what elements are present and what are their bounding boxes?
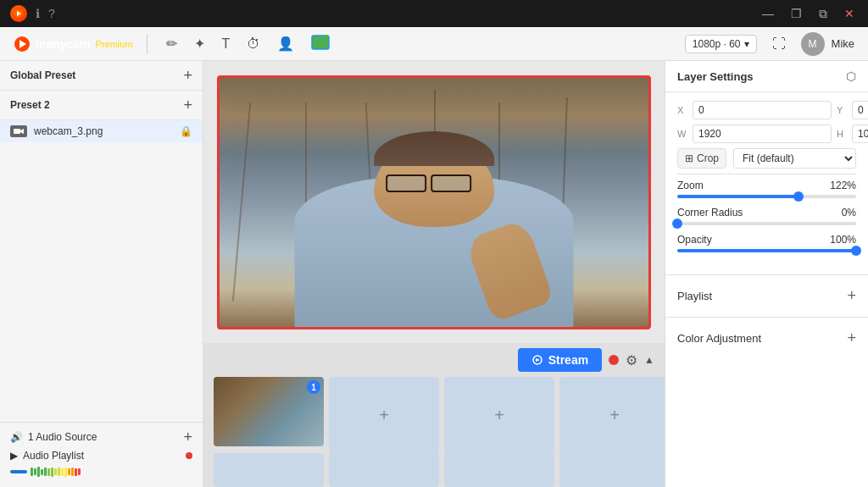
- question-icon[interactable]: ?: [48, 7, 55, 20]
- opacity-section: Opacity 100%: [677, 234, 856, 252]
- sidebar-top: Global Preset + Preset 2 + webcam_3.png …: [0, 61, 203, 422]
- color-adjustment-add-icon[interactable]: +: [847, 329, 856, 347]
- audio-source-label: 🔊 1 Audio Source: [10, 431, 97, 443]
- xy-row: X Y ↺ ↻: [677, 101, 856, 119]
- resolution-value: 1080p · 60: [693, 38, 741, 50]
- corner-radius-track: [677, 222, 856, 225]
- right-panel: Layer Settings ⬡ X Y ↺ ↻: [665, 61, 868, 487]
- stream-button[interactable]: Stream: [518, 348, 602, 372]
- username: Mike: [832, 37, 854, 50]
- svg-point-5: [324, 35, 329, 40]
- bottom-toolbar: Stream ⚙ ▲: [203, 343, 665, 377]
- chroma-key-icon[interactable]: [306, 31, 335, 57]
- opacity-value: 100%: [830, 234, 856, 246]
- toolbar-right: 1080p · 60 ▾ ⛶ M Mike: [685, 32, 854, 56]
- scene-badge-1: 1: [307, 380, 320, 394]
- layer-settings-title: Layer Settings: [677, 70, 754, 83]
- zoom-fill: [677, 195, 798, 198]
- record-button[interactable]: [609, 355, 619, 365]
- effects-icon[interactable]: ✦: [189, 32, 210, 55]
- y-input[interactable]: [852, 101, 868, 119]
- scene-cell-2[interactable]: +: [329, 377, 439, 453]
- layer-settings: X Y ↺ ↻ W H: [665, 92, 868, 269]
- record-dot: [186, 452, 192, 459]
- timer-icon[interactable]: ⏱: [242, 33, 265, 55]
- sidebar-bottom: 🔊 1 Audio Source + ▶ Audio Playlist: [0, 422, 203, 487]
- preview-content: [220, 78, 648, 327]
- corner-radius-value: 0%: [842, 207, 856, 219]
- h-field: H: [837, 125, 868, 143]
- audio-playlist-row: ▶ Audio Playlist: [10, 450, 192, 462]
- audio-add-button[interactable]: +: [183, 429, 192, 445]
- titlebar-controls: — ❐ ⧉ ✕: [759, 3, 858, 25]
- resolution-chevron: ▾: [744, 38, 749, 50]
- resolution-selector[interactable]: 1080p · 60 ▾: [685, 35, 757, 53]
- scene-cell-sm-2[interactable]: [329, 453, 439, 487]
- stream-icon: [531, 354, 543, 366]
- playlist-add-icon[interactable]: +: [847, 287, 856, 305]
- scene-cell-sm-4[interactable]: [559, 453, 665, 487]
- w-label: W: [677, 129, 689, 139]
- app-body: Global Preset + Preset 2 + webcam_3.png …: [0, 61, 868, 487]
- zoom-label-row: Zoom 122%: [677, 180, 856, 191]
- corner-radius-thumb[interactable]: [672, 219, 682, 229]
- chevron-up-icon[interactable]: ▲: [644, 354, 654, 366]
- maximize-button[interactable]: ⧉: [815, 3, 831, 25]
- scene-cell-active[interactable]: 1: [214, 377, 324, 446]
- opacity-label: Opacity: [677, 234, 712, 246]
- avatar: M: [801, 32, 825, 56]
- restore-button[interactable]: ❐: [787, 3, 805, 24]
- add-scene-icon-4: +: [609, 406, 620, 425]
- titlebar-left: ℹ ?: [10, 5, 55, 22]
- fullscreen-icon[interactable]: ⛶: [767, 33, 791, 55]
- app-logo: [10, 5, 27, 22]
- zoom-label: Zoom: [677, 180, 704, 191]
- pen-tool-icon[interactable]: ✏: [161, 32, 182, 55]
- w-input[interactable]: [693, 125, 832, 143]
- zoom-track: [677, 195, 856, 198]
- main-content: Stream ⚙ ▲ 1 + +: [203, 61, 665, 487]
- divider-2: [665, 274, 868, 275]
- chroma-icon-svg: [311, 35, 330, 50]
- preset2-add-button[interactable]: +: [183, 97, 192, 113]
- info-icon[interactable]: ℹ: [36, 7, 40, 20]
- x-input[interactable]: [693, 101, 832, 119]
- scene-cell-3[interactable]: +: [444, 377, 554, 453]
- camera-icon-svg: [14, 127, 24, 136]
- expand-icon[interactable]: ⬡: [846, 69, 856, 83]
- preview-frame: [217, 75, 651, 329]
- zoom-value: 122%: [830, 180, 856, 191]
- wh-row: W H ↔ ⊡: [677, 125, 856, 143]
- volume-bars: [31, 467, 192, 477]
- global-preset-add-button[interactable]: +: [183, 68, 192, 83]
- playlist-section[interactable]: Playlist +: [665, 280, 868, 312]
- gear-icon[interactable]: ⚙: [626, 352, 637, 368]
- crop-row: ⊞ Crop Fit (default): [677, 148, 856, 169]
- scene-cell-4[interactable]: +: [559, 377, 665, 453]
- x-field: X: [677, 101, 832, 119]
- lock-icon: 🔒: [180, 125, 192, 137]
- scene-cell-sm-3[interactable]: [444, 453, 554, 487]
- preview-area: [203, 61, 665, 343]
- left-sidebar: Global Preset + Preset 2 + webcam_3.png …: [0, 61, 203, 487]
- source-item[interactable]: webcam_3.png 🔒: [0, 120, 203, 142]
- play-icon: ▶: [10, 450, 18, 462]
- close-button[interactable]: ✕: [841, 3, 858, 24]
- zoom-thumb[interactable]: [793, 191, 804, 202]
- scene-cell-sm-1[interactable]: [214, 453, 324, 487]
- titlebar: ℹ ? — ❐ ⧉ ✕: [0, 0, 868, 27]
- minimize-button[interactable]: —: [759, 3, 777, 24]
- preset2-item: Preset 2 +: [0, 91, 203, 120]
- corner-radius-section: Corner Radius 0%: [677, 207, 856, 225]
- toolbar-left: manycam Premium ✏ ✦ T ⏱ 👤: [14, 31, 335, 57]
- text-tool-icon[interactable]: T: [217, 33, 236, 55]
- svg-marker-7: [20, 129, 24, 134]
- add-scene-icon-2: +: [379, 406, 389, 425]
- crop-button[interactable]: ⊞ Crop: [677, 148, 726, 169]
- fit-select[interactable]: Fit (default): [733, 148, 856, 169]
- color-adjustment-section[interactable]: Color Adjustment +: [665, 323, 868, 354]
- h-input[interactable]: [852, 125, 868, 143]
- avatar-icon[interactable]: 👤: [272, 32, 299, 55]
- opacity-thumb[interactable]: [851, 246, 861, 256]
- svg-rect-6: [14, 129, 20, 134]
